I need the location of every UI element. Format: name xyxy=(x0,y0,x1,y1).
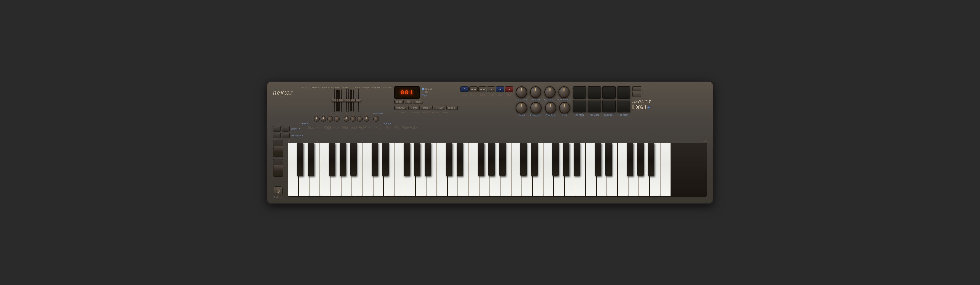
black-key-F#6[interactable] xyxy=(627,143,633,176)
fader-track-master[interactable] xyxy=(358,89,359,112)
black-key-A#3[interactable] xyxy=(425,143,431,176)
fader-master[interactable] xyxy=(358,89,359,112)
knob-osc-mod1[interactable] xyxy=(544,86,556,98)
fader-8[interactable] xyxy=(353,89,354,112)
track-prev-button[interactable]: ◄ Track xyxy=(408,106,420,110)
black-key-G#2[interactable] xyxy=(340,143,346,176)
rotary-9[interactable] xyxy=(373,116,379,122)
knob-osc-tune[interactable] xyxy=(516,86,527,98)
black-key-G#3[interactable] xyxy=(414,143,420,176)
fader-knob-master[interactable] xyxy=(355,99,361,102)
white-key-C6[interactable] xyxy=(586,143,596,196)
octave-up-btn[interactable] xyxy=(282,126,290,131)
knob-lfo-group: LFO xyxy=(559,102,570,116)
transport-rewind-btn[interactable]: ◄◄ xyxy=(469,86,477,92)
track-next-button[interactable]: Track ► xyxy=(421,106,432,110)
patch-next-button[interactable]: Patch ► xyxy=(446,106,458,110)
shift-label: Shift xyxy=(394,112,410,114)
white-key-C7[interactable] xyxy=(660,143,671,196)
black-key-D#5[interactable] xyxy=(531,143,538,176)
pad-4[interactable] xyxy=(617,86,630,98)
rotary-3[interactable] xyxy=(327,116,333,122)
inst-button[interactable]: Inst xyxy=(404,100,412,104)
black-key-F#2[interactable] xyxy=(329,143,335,176)
black-key-A#4[interactable] xyxy=(499,143,506,176)
transport-section: ⟲ ◄◄ ◄► ■ ► ● ◄◄ Set L Set R Undo Click … xyxy=(460,86,513,96)
white-key-F3[interactable] xyxy=(394,143,404,196)
rotary-1[interactable] xyxy=(314,116,320,122)
shift-mute-button[interactable]: Shift/Mute xyxy=(394,106,407,110)
black-key-F#5[interactable] xyxy=(552,143,558,176)
knob-resonance[interactable] xyxy=(530,102,542,114)
knob-osc-level[interactable] xyxy=(530,86,541,98)
black-key-F#4[interactable] xyxy=(478,143,484,176)
black-key-A#5[interactable] xyxy=(574,143,580,176)
pad-map-labels: Pad Map1 Pad Map2 Pad Map3 Pad Map4 xyxy=(573,114,630,116)
snapshot-label: Snapshot xyxy=(411,112,420,114)
transpose-down-btn[interactable] xyxy=(273,133,281,138)
black-key-D#6[interactable] xyxy=(606,143,612,176)
transport-loop-btn[interactable]: ⟲ xyxy=(460,86,469,92)
fader-num-7: 7 xyxy=(357,112,363,114)
black-key-G#6[interactable] xyxy=(637,143,644,176)
black-key-F#3[interactable] xyxy=(404,143,410,176)
pitch-wheel[interactable] xyxy=(273,139,283,157)
pad-5[interactable] xyxy=(573,100,586,112)
rotary-6[interactable] xyxy=(350,116,356,122)
fader-label-decay1: Decay xyxy=(311,86,320,89)
black-key-G#5[interactable] xyxy=(563,143,570,176)
pad-3[interactable] xyxy=(602,86,616,98)
top-section: nektar Attack Decay Sustain Release Atta… xyxy=(273,86,707,125)
black-key-D#2[interactable] xyxy=(308,143,314,176)
kytary-text: kytary xyxy=(274,196,282,198)
rotary-8[interactable] xyxy=(364,116,369,122)
white-key-C3[interactable] xyxy=(363,143,372,196)
right-btn-1[interactable] xyxy=(632,86,641,91)
transpose-up-btn[interactable] xyxy=(282,133,290,138)
rotary-4[interactable] xyxy=(334,116,340,122)
track-patch-row: Shift/Mute ◄ Track Track ► ◄ Patch Patch… xyxy=(394,106,458,110)
mixer-button[interactable]: Mixer xyxy=(394,100,404,104)
fader-num-2: 2 xyxy=(321,112,326,114)
black-key-D#4[interactable] xyxy=(457,143,463,176)
transport-record-btn[interactable]: ● xyxy=(505,86,513,92)
black-key-G#4[interactable] xyxy=(488,143,495,176)
rotary-5[interactable] xyxy=(344,116,349,122)
black-key-C#4[interactable] xyxy=(446,143,452,176)
pad-7[interactable] xyxy=(602,100,616,112)
black-key-A#2[interactable] xyxy=(350,143,356,176)
black-key-C#5[interactable] xyxy=(520,143,527,176)
plus-text: + xyxy=(647,104,651,111)
pad-6[interactable] xyxy=(588,100,601,112)
black-key-C#6[interactable] xyxy=(595,143,601,176)
fader-track-4[interactable] xyxy=(341,89,342,112)
black-key-D#3[interactable] xyxy=(382,143,388,176)
preset-button[interactable]: Preset xyxy=(413,100,423,104)
fader-num-6: 6 xyxy=(350,112,356,114)
fader-4[interactable] xyxy=(341,89,342,112)
transport-play-btn[interactable]: ► xyxy=(496,86,504,92)
knob-lfo[interactable] xyxy=(559,102,570,114)
transport-stop-btn[interactable]: ■ xyxy=(487,86,495,92)
knob-env-amt[interactable] xyxy=(545,102,556,114)
octave-down-btn[interactable] xyxy=(273,126,281,131)
label-liveplay: Live PlayMode xyxy=(410,126,418,130)
knob-cutoff[interactable] xyxy=(516,102,527,114)
patch-prev-button[interactable]: ◄ Patch xyxy=(434,106,445,110)
rotary-7[interactable] xyxy=(357,116,363,122)
mod-wheel[interactable] xyxy=(273,159,283,177)
black-key-C#2[interactable] xyxy=(297,143,303,176)
right-btn-2[interactable] xyxy=(632,92,641,97)
fader-track-8[interactable] xyxy=(353,89,354,112)
pad-1[interactable] xyxy=(573,86,586,98)
key-num-esta: Esta xyxy=(697,139,707,142)
knob-osc-mod2[interactable] xyxy=(558,86,570,98)
pad-2[interactable] xyxy=(588,86,601,98)
white-key-F6[interactable] xyxy=(617,143,628,196)
rotary-2[interactable] xyxy=(321,116,326,122)
knob-env-amt-label: Env Amt xyxy=(546,114,555,116)
pad-8[interactable] xyxy=(617,100,630,112)
black-key-A#6[interactable] xyxy=(648,143,654,176)
transport-ffwd-btn[interactable]: ◄► xyxy=(478,86,487,92)
black-key-C#3[interactable] xyxy=(372,143,378,176)
